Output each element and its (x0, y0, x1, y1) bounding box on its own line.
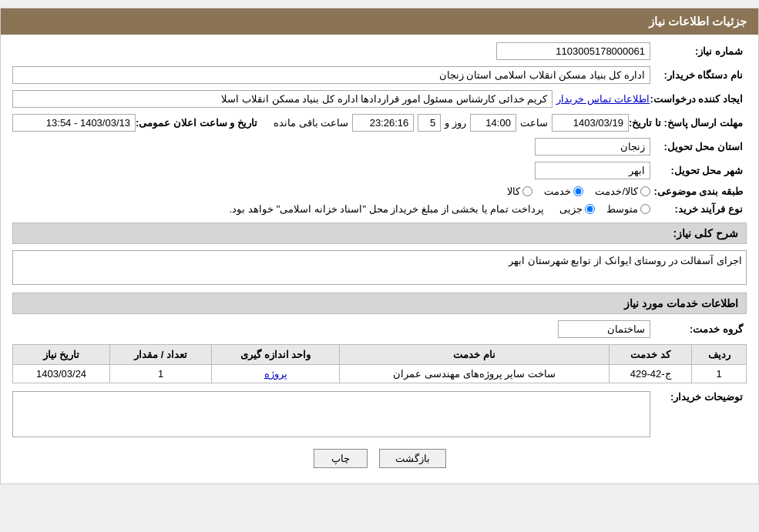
col-kod-khedmat: کد خدمت (609, 345, 691, 365)
sharh-section-title: شرح کلی نیاز: (12, 223, 747, 244)
khadamat-section-title: اطلاعات خدمات مورد نیاز (12, 293, 747, 314)
radio-kala-item[interactable]: کالا (507, 186, 532, 197)
radio-mottavasset-label: متوسط (606, 203, 638, 215)
nam-dastgah-value: اداره کل بنیاد مسکن انقلاب اسلامی استان … (12, 66, 650, 84)
col-nam-khedmat: نام خدمت (340, 345, 610, 365)
toseeh-textarea[interactable] (12, 391, 650, 437)
nam-dastgah-label: نام دستگاه خریدار: (650, 69, 743, 81)
sharh-value: اجرای آسفالت در روستای ایوانک از توابع ش… (12, 250, 747, 285)
shahr-label: شهر محل تحویل: (650, 165, 743, 176)
radio-jozii-label: جزیی (559, 203, 583, 215)
radio-jozii-item[interactable]: جزیی (559, 203, 595, 215)
saat-baqi-value: 23:26:16 (352, 114, 414, 132)
cell-tarikh: 1403/03/24 (13, 365, 110, 383)
services-table-wrapper: ردیف کد خدمت نام خدمت واحد اندازه گیری ت… (12, 344, 747, 383)
mohlat-label: مهلت ارسال پاسخ: تا تاریخ: (629, 117, 743, 129)
farayand-note: پرداخت تمام یا بخشی از مبلغ خریداز محل "… (230, 203, 544, 215)
tarikh-value: 1403/03/19 (552, 114, 629, 132)
radio-kala-khedmat-label: کالا/خدمت (595, 186, 638, 197)
table-row: 1 ج-42-429 ساخت سایر پروژه‌های مهندسی عم… (13, 365, 747, 383)
cell-radif: 1 (692, 365, 747, 383)
radio-kala[interactable] (522, 186, 532, 196)
ostan-value: زنجان (535, 138, 650, 156)
saat-label: ساعت (520, 117, 548, 129)
gorooh-value: ساختمان (558, 320, 650, 338)
shomara-niaz-label: شماره نیاز: (650, 45, 743, 57)
tarikh-aalan-label: تاریخ و ساعت اعلان عمومی: (136, 117, 257, 129)
radio-kala-label: کالا (507, 186, 520, 197)
gorooh-label: گروه خدمت: (650, 323, 743, 335)
chap-button[interactable]: چاپ (314, 449, 368, 468)
radio-kala-khedmat[interactable] (640, 186, 650, 196)
services-table: ردیف کد خدمت نام خدمت واحد اندازه گیری ت… (12, 344, 747, 383)
saat-value: 14:00 (470, 114, 516, 132)
button-group: بازگشت چاپ (12, 449, 747, 468)
ijad-konande-link[interactable]: اطلاعات تماس خریدار (556, 93, 650, 105)
page-title: جزئیات اطلاعات نیاز (1, 8, 758, 35)
ijad-konande-value: کریم خدائی کارشناس مسئول امور قراردادها … (12, 90, 552, 108)
ijad-konande-label: ایجاد کننده درخواست: (650, 93, 743, 105)
col-vahed: واحد اندازه گیری (212, 345, 340, 365)
cell-vahed: پروژه (212, 365, 340, 383)
col-tarikh: تاریخ نیاز (13, 345, 110, 365)
toseeh-label: توضیحات خریدار: (650, 391, 743, 403)
radio-khedmat[interactable] (573, 186, 583, 196)
radio-jozii[interactable] (585, 204, 595, 214)
tarikh-aalan-value: 1403/03/13 - 13:54 (12, 114, 136, 132)
col-radif: ردیف (692, 345, 747, 365)
rooz-value: 5 (418, 114, 441, 132)
cell-kod-khedmat: ج-42-429 (609, 365, 691, 383)
rooz-label: روز و (445, 117, 466, 129)
radio-khedmat-item[interactable]: خدمت (544, 186, 583, 197)
saat-baqi-label: ساعت باقی مانده (274, 117, 348, 129)
shomara-niaz-value: 1103005178000061 (496, 42, 650, 60)
shahr-value: ابهر (535, 162, 650, 179)
radio-khedmat-label: خدمت (544, 186, 571, 197)
tabaqe-label: طبقه بندی موضوعی: (650, 186, 743, 197)
ostan-label: استان محل تحویل: (650, 141, 743, 152)
radio-mottavasset[interactable] (640, 204, 650, 214)
cell-nam-khedmat: ساخت سایر پروژه‌های مهندسی عمران (340, 365, 610, 383)
col-tedad: تعداد / مقدار (110, 345, 212, 365)
radio-kala-khedmat-item[interactable]: کالا/خدمت (595, 186, 650, 197)
cell-tedad: 1 (110, 365, 212, 383)
nooe-farayand-label: نوع فرآیند خرید: (650, 203, 743, 215)
radio-mottavasset-item[interactable]: متوسط (606, 203, 650, 215)
bazgasht-button[interactable]: بازگشت (379, 449, 446, 468)
